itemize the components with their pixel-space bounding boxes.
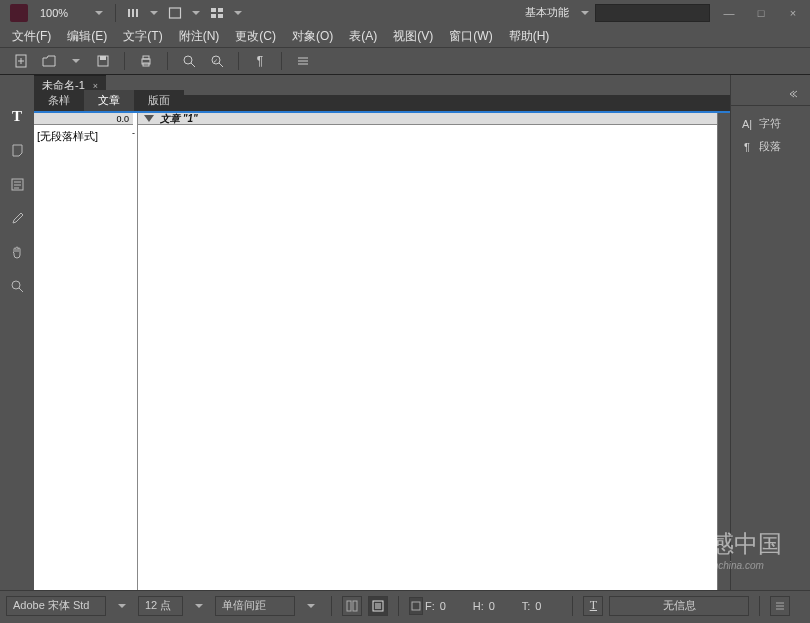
font-family-field[interactable]: Adobe 宋体 Std — [6, 596, 106, 616]
hand-tool-icon[interactable] — [6, 241, 28, 263]
font-size-caret[interactable] — [195, 604, 203, 608]
list-button[interactable] — [292, 50, 314, 72]
story-tool-icon[interactable] — [6, 173, 28, 195]
zoom-value: 100% — [40, 7, 68, 19]
layout-tab[interactable]: 版面 — [134, 90, 184, 111]
story-collapse-icon[interactable] — [144, 115, 154, 122]
window-minimize-button[interactable]: — — [716, 5, 742, 21]
toolbar-separator — [281, 52, 282, 70]
svg-rect-7 — [218, 14, 223, 18]
menu-help[interactable]: 帮助(H) — [501, 25, 558, 47]
h-value: 0 — [486, 600, 516, 612]
story-tab[interactable]: 文章 — [84, 90, 134, 111]
status-menu-button[interactable] — [770, 596, 790, 616]
t-indicator[interactable]: T: 0 — [522, 600, 563, 612]
type-tool-icon[interactable]: T — [6, 105, 28, 127]
document-area: 未命名-1 × 条样 文章 版面 0.0 [无段落样式] - 文章 "1" — [34, 75, 730, 590]
font-family-caret[interactable] — [118, 604, 126, 608]
spell-check-button[interactable]: ✓ — [206, 50, 228, 72]
leading-value: 单倍间距 — [222, 598, 266, 613]
leading-field[interactable]: 单倍间距 — [215, 596, 295, 616]
font-size-field[interactable]: 12 点 — [138, 596, 183, 616]
paragraph-style-label[interactable]: [无段落样式] — [37, 129, 98, 144]
show-hidden-button[interactable]: ¶ — [249, 50, 271, 72]
svg-rect-36 — [412, 602, 420, 610]
arrange-icon[interactable] — [208, 4, 226, 22]
svg-rect-12 — [100, 56, 106, 60]
status-separator — [759, 596, 760, 616]
left-tool-rail: T — [0, 75, 34, 590]
arrange-caret[interactable] — [234, 11, 242, 15]
svg-rect-30 — [347, 601, 351, 611]
leading-caret[interactable] — [307, 604, 315, 608]
toolbar-separator — [238, 52, 239, 70]
galley-tab[interactable]: 条样 — [34, 90, 84, 111]
menu-view[interactable]: 视图(V) — [385, 25, 441, 47]
help-search-input[interactable] — [595, 4, 710, 22]
new-button[interactable] — [10, 50, 32, 72]
h-indicator[interactable]: H: 0 — [473, 600, 516, 612]
workspace-caret[interactable] — [581, 11, 589, 15]
menu-table[interactable]: 表(A) — [341, 25, 385, 47]
menu-type[interactable]: 文字(T) — [115, 25, 170, 47]
story-view-tabs: 条样 文章 版面 — [34, 95, 730, 113]
status-separator — [331, 596, 332, 616]
view-options-caret[interactable] — [150, 11, 158, 15]
zoom-dropdown-caret[interactable] — [95, 11, 103, 15]
screen-mode-caret[interactable] — [192, 11, 200, 15]
toolbar-separator — [167, 52, 168, 70]
zoom-tool-icon[interactable] — [6, 275, 28, 297]
menu-window[interactable]: 窗口(W) — [441, 25, 500, 47]
svg-rect-2 — [136, 9, 138, 17]
info-field[interactable]: 无信息 — [609, 596, 749, 616]
zoom-level-field[interactable]: 100% — [34, 4, 89, 22]
svg-rect-0 — [128, 9, 130, 17]
character-icon: A| — [741, 118, 753, 130]
menu-notes[interactable]: 附注(N) — [171, 25, 228, 47]
toolbar-separator — [124, 52, 125, 70]
character-panel-link[interactable]: A| 字符 — [731, 112, 810, 135]
svg-rect-14 — [143, 56, 149, 59]
document-tab-close-icon[interactable]: × — [93, 81, 98, 91]
t-value: 0 — [532, 600, 562, 612]
open-recent-caret[interactable] — [72, 59, 80, 63]
view-options-icon[interactable] — [124, 4, 142, 22]
title-bar: 100% 基本功能 — □ × — [0, 0, 810, 25]
window-maximize-button[interactable]: □ — [748, 5, 774, 21]
find-button[interactable] — [178, 50, 200, 72]
f-icon — [409, 597, 423, 615]
svg-rect-1 — [132, 9, 134, 17]
svg-text:✓: ✓ — [213, 58, 218, 64]
panel-expand-icon[interactable] — [782, 83, 804, 105]
font-family-value: Adobe 宋体 Std — [13, 598, 89, 613]
screen-mode-icon[interactable] — [166, 4, 184, 22]
note-tool-icon[interactable] — [6, 139, 28, 161]
titlebar-separator — [115, 4, 116, 22]
svg-line-29 — [19, 288, 23, 292]
f-indicator[interactable]: F: 0 — [409, 597, 467, 615]
view-galley-button[interactable] — [342, 596, 362, 616]
menu-object[interactable]: 对象(O) — [284, 25, 341, 47]
t-label: T: — [522, 600, 531, 612]
paragraph-panel-link[interactable]: ¶ 段落 — [731, 135, 810, 158]
svg-rect-5 — [218, 8, 223, 12]
workspace-label[interactable]: 基本功能 — [519, 5, 575, 20]
main-area: T 未命名-1 × 条样 文章 版面 0.0 [无段落样式] - — [0, 75, 810, 590]
eyedropper-tool-icon[interactable] — [6, 207, 28, 229]
svg-line-17 — [191, 63, 195, 67]
vertical-scrollbar[interactable] — [718, 113, 730, 590]
story-content-column[interactable]: 文章 "1" — [138, 113, 718, 590]
print-button[interactable] — [135, 50, 157, 72]
menu-changes[interactable]: 更改(C) — [227, 25, 284, 47]
save-button[interactable] — [92, 50, 114, 72]
text-stats-icon[interactable]: T — [583, 596, 603, 616]
window-close-button[interactable]: × — [780, 5, 806, 21]
open-button[interactable] — [38, 50, 60, 72]
menu-file[interactable]: 文件(F) — [4, 25, 59, 47]
view-story-button[interactable] — [368, 596, 388, 616]
status-separator — [398, 596, 399, 616]
svg-rect-31 — [353, 601, 357, 611]
svg-point-16 — [184, 56, 192, 64]
menu-edit[interactable]: 编辑(E) — [59, 25, 115, 47]
story-text-area[interactable] — [138, 125, 717, 590]
